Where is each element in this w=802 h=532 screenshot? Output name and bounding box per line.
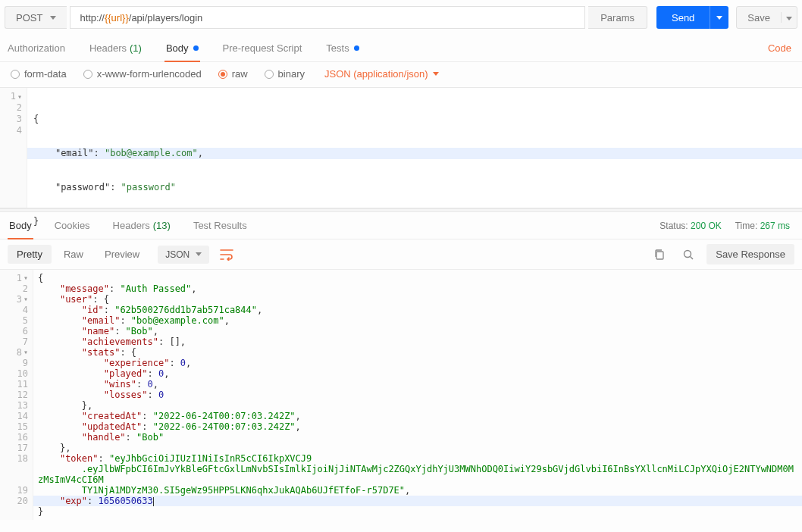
fold-icon[interactable]: ▾ — [23, 294, 28, 305]
v: Bob — [142, 432, 158, 443]
tab-prerequest[interactable]: Pre-request Script — [221, 35, 304, 61]
chevron-down-icon — [196, 252, 202, 256]
editor-code[interactable]: { "email": "bob@example.com", "password"… — [27, 88, 802, 208]
request-body-editor[interactable]: 1 ▾ 2 3 4 { "email": "bob@example.com", … — [0, 87, 802, 208]
tab-label: Test Results — [193, 220, 247, 231]
v: 62b500276dd1b7ab571ca844 — [120, 305, 251, 315]
v: 0 — [180, 358, 186, 368]
request-tabs: Authorization Headers (1) Body Pre-reque… — [0, 35, 802, 62]
format-label: JSON — [165, 249, 190, 260]
url-variable: {{url}} — [105, 12, 129, 23]
tab-label: Tests — [326, 42, 349, 54]
v: .eyJlbWFpbCI6ImJvYkBleGFtcGxlLmNvbSIsIml… — [38, 464, 794, 485]
status-label: Status: — [659, 221, 688, 231]
code-text: } — [33, 216, 39, 227]
tab-test-results[interactable]: Test Results — [192, 212, 249, 239]
v: 0 — [148, 379, 153, 390]
send-dropdown[interactable] — [710, 6, 728, 29]
radio-binary[interactable]: binary — [265, 68, 305, 80]
fold-icon[interactable]: ▾ — [23, 273, 28, 283]
save-dropdown[interactable] — [781, 12, 797, 23]
v: 0 — [158, 390, 164, 400]
request-toolbar: POST http://{{url}}/api/players/login Pa… — [0, 0, 802, 35]
code-text: { — [33, 114, 39, 124]
time-label: Time: — [735, 221, 758, 231]
time-value: 267 ms — [760, 221, 790, 231]
code-key: "email" — [55, 148, 94, 158]
tab-body[interactable]: Body — [164, 36, 200, 62]
save-button[interactable]: Save — [736, 6, 797, 29]
v: Auth Passed — [126, 283, 186, 294]
tab-headers[interactable]: Headers (1) — [88, 35, 143, 61]
v: 1656050633 — [98, 496, 152, 506]
url-input[interactable]: http://{{url}}/api/players/login — [70, 6, 585, 29]
chevron-down-icon — [716, 16, 722, 20]
view-raw[interactable]: Raw — [55, 245, 92, 264]
fold-icon[interactable]: ▾ — [23, 347, 28, 358]
tab-count: (1) — [130, 42, 142, 54]
tab-label: Headers — [113, 220, 150, 231]
v: 2022-06-24T00:07:03.242Z — [158, 421, 290, 432]
response-body-editor[interactable]: 1 ▾ 2 3 ▾ 4567 8 ▾ 91011121314151617 18 … — [0, 270, 802, 520]
radio-urlencoded[interactable]: x-www-form-urlencoded — [83, 68, 202, 80]
fold-icon[interactable]: ▾ — [17, 91, 22, 102]
tab-label: Cookies — [55, 220, 90, 231]
view-pretty[interactable]: Pretty — [8, 245, 52, 264]
url-prefix: http:// — [80, 12, 105, 23]
view-preview[interactable]: Preview — [96, 245, 149, 264]
radio-icon — [218, 70, 227, 79]
tab-count: (13) — [153, 220, 171, 231]
http-method-label: POST — [16, 12, 42, 23]
tab-label: Headers — [89, 42, 127, 54]
send-button[interactable]: Send — [656, 6, 728, 29]
body-type-row: form-data x-www-form-urlencoded raw bina… — [0, 62, 802, 87]
content-type-select[interactable]: JSON (application/json) — [324, 68, 439, 80]
editor-gutter: 1 ▾ 2 3 4 — [0, 88, 27, 208]
tab-response-body[interactable]: Body — [8, 213, 33, 239]
tab-label: Body — [166, 42, 189, 54]
tab-label: Body — [9, 220, 32, 231]
svg-line-2 — [691, 256, 694, 259]
radio-icon — [265, 70, 274, 79]
wrap-lines-button[interactable] — [217, 245, 237, 264]
modified-dot-icon — [354, 45, 359, 51]
response-gutter: 1 ▾ 2 3 ▾ 4567 8 ▾ 91011121314151617 18 … — [0, 270, 33, 520]
radio-icon — [83, 70, 92, 79]
response-format-select[interactable]: JSON — [158, 246, 209, 264]
radio-raw[interactable]: raw — [218, 68, 248, 80]
radio-form-data[interactable]: form-data — [11, 68, 67, 80]
v: [] — [169, 336, 180, 347]
save-response-button[interactable]: Save Response — [706, 244, 794, 264]
tab-label: Authorization — [8, 42, 65, 54]
svg-rect-0 — [656, 252, 663, 259]
code-val: "password" — [121, 182, 176, 192]
code-link[interactable]: Code — [768, 42, 796, 54]
tab-label: Pre-request Script — [223, 42, 302, 54]
v: 2022-06-24T00:07:03.242Z — [158, 411, 290, 421]
v: TY1NjA1MDYzM30.SI5geWz95HPP5LKN6qhxJukAQ… — [82, 485, 399, 496]
send-label[interactable]: Send — [656, 6, 710, 29]
chevron-down-icon — [50, 16, 56, 20]
content-type-label: JSON (application/json) — [324, 68, 428, 80]
v: Bob — [131, 326, 148, 336]
chevron-down-icon — [433, 72, 439, 76]
status-bar: Status: 200 OK Time: 267 ms — [659, 221, 794, 231]
save-label[interactable]: Save — [737, 12, 781, 23]
url-path: /api/players/login — [129, 12, 203, 23]
http-method-select[interactable]: POST — [5, 6, 67, 29]
radio-label: form-data — [24, 68, 67, 80]
code-key: "password" — [55, 182, 110, 192]
tab-response-headers[interactable]: Headers (13) — [111, 212, 172, 239]
tab-authorization[interactable]: Authorization — [6, 35, 67, 61]
status-value: 200 OK — [691, 221, 722, 231]
tab-tests[interactable]: Tests — [324, 35, 360, 61]
radio-label: binary — [278, 68, 305, 80]
params-button[interactable]: Params — [588, 6, 647, 29]
tab-cookies[interactable]: Cookies — [53, 212, 92, 239]
radio-label: x-www-form-urlencoded — [97, 68, 202, 80]
svg-point-1 — [685, 250, 691, 257]
copy-icon[interactable] — [649, 244, 670, 265]
response-code[interactable]: { "message": "Auth Passed", "user": { "i… — [33, 270, 802, 520]
modified-dot-icon — [193, 45, 199, 51]
search-icon[interactable] — [678, 244, 699, 265]
